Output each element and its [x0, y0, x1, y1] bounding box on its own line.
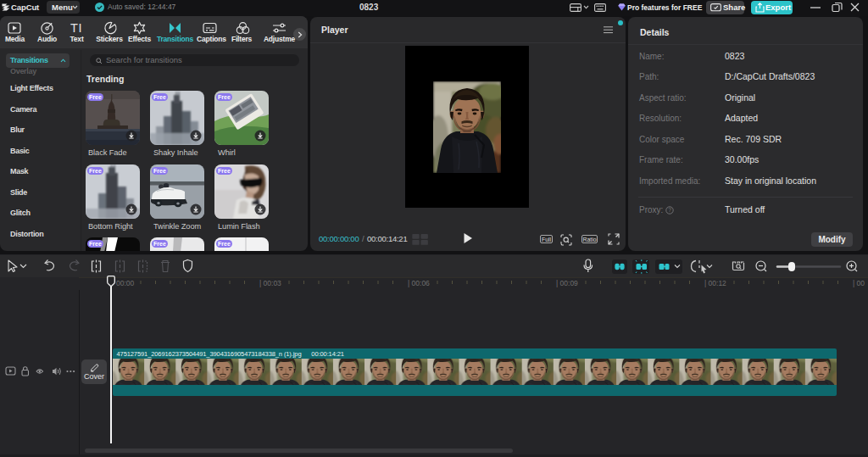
- svg-text:| 00:12: | 00:12: [704, 279, 726, 287]
- svg-text:| 00:09: | 00:09: [556, 279, 578, 287]
- svg-text:00:00: 00:00: [116, 279, 135, 287]
- svg-text:| 00:06: | 00:06: [408, 279, 430, 287]
- svg-text:| 00: | 00: [853, 279, 865, 287]
- svg-text:?: ?: [668, 207, 671, 213]
- svg-text:| 00:03: | 00:03: [259, 279, 281, 287]
- svg-text:T: T: [70, 21, 78, 35]
- svg-text:I: I: [79, 21, 82, 35]
